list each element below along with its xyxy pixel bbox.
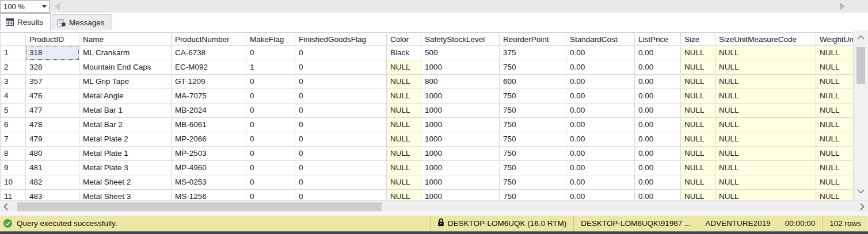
grid-cell[interactable]: NULL <box>681 103 715 118</box>
grid-cell[interactable]: MP-4960 <box>172 161 246 175</box>
grid-cell[interactable]: NULL <box>715 60 816 75</box>
grid-cell[interactable]: 0 <box>295 75 387 89</box>
grid-cell[interactable]: 357 <box>26 75 79 89</box>
grid-cell[interactable]: NULL <box>715 147 816 161</box>
grid-cell[interactable]: EC-M092 <box>172 60 246 75</box>
grid-cell[interactable]: NULL <box>387 132 421 147</box>
vertical-scrollbar[interactable] <box>854 30 868 200</box>
grid-cell[interactable]: 750 <box>500 60 566 75</box>
grid-cell[interactable]: NULL <box>816 75 854 89</box>
grid-cell[interactable]: 0 <box>246 161 295 175</box>
grid-cell[interactable]: NULL <box>715 75 816 89</box>
grid-cell[interactable]: 0 <box>246 190 295 200</box>
grid-cell[interactable]: ML Crankarm <box>79 46 172 60</box>
grid-cell[interactable]: NULL <box>816 103 854 118</box>
row-header[interactable]: 5 <box>0 103 26 118</box>
grid-cell[interactable]: NULL <box>681 147 715 161</box>
grid-cell[interactable]: NULL <box>681 60 715 75</box>
grid-cell[interactable]: 0 <box>295 118 387 132</box>
grid-cell[interactable]: 800 <box>421 75 500 89</box>
grid-cell[interactable]: NULL <box>681 89 715 103</box>
horizontal-scrollbar[interactable] <box>0 200 868 212</box>
zoom-dropdown-button[interactable] <box>39 1 49 12</box>
column-header-sizeunitmeasurecode[interactable]: SizeUnitMeasureCode <box>715 32 816 46</box>
row-header[interactable]: 9 <box>0 161 26 175</box>
grid-cell[interactable]: 481 <box>26 161 79 175</box>
grid-cell[interactable]: 479 <box>26 132 79 147</box>
grid-cell[interactable]: NULL <box>715 190 816 200</box>
grid-cell[interactable]: 477 <box>26 103 79 118</box>
grid-cell[interactable]: NULL <box>715 89 816 103</box>
grid-cell[interactable]: NULL <box>816 161 854 175</box>
grid-cell[interactable]: 0 <box>295 147 387 161</box>
column-header-listprice[interactable]: ListPrice <box>635 32 681 46</box>
grid-cell[interactable]: 1000 <box>421 175 500 190</box>
grid-cell[interactable]: ML Grip Tape <box>79 75 172 89</box>
grid-cell[interactable]: NULL <box>387 103 421 118</box>
grid-cell[interactable]: NULL <box>681 132 715 147</box>
column-header-reorderpoint[interactable]: ReorderPoint <box>500 32 566 46</box>
grid-cell[interactable]: 0.00 <box>566 60 635 75</box>
grid-cell[interactable]: 375 <box>500 46 566 60</box>
grid-cell[interactable]: 750 <box>500 132 566 147</box>
grid-cell[interactable]: Black <box>387 46 421 60</box>
grid-cell[interactable]: 0.00 <box>635 190 681 200</box>
grid-cell[interactable]: 0.00 <box>566 89 635 103</box>
grid-cell[interactable]: 0 <box>246 147 295 161</box>
grid-cell[interactable]: 0 <box>246 118 295 132</box>
grid-cell[interactable]: 0.00 <box>566 161 635 175</box>
grid-cell[interactable]: NULL <box>387 190 421 200</box>
grid-cell[interactable]: MP-2503 <box>172 147 246 161</box>
grid-cell[interactable]: NULL <box>681 118 715 132</box>
grid-cell[interactable]: 476 <box>26 89 79 103</box>
row-header[interactable]: 11 <box>0 190 26 200</box>
column-header-size[interactable]: Size <box>681 32 715 46</box>
grid-cell[interactable]: NULL <box>681 175 715 190</box>
grid-cell[interactable]: 0 <box>295 60 387 75</box>
editor-horizontal-scrollbar[interactable] <box>50 0 868 13</box>
grid-cell[interactable]: 1000 <box>421 132 500 147</box>
zoom-level-combobox[interactable]: 100 % <box>0 0 50 13</box>
scroll-right-icon[interactable] <box>840 2 845 10</box>
grid-cell[interactable]: 0.00 <box>635 161 681 175</box>
grid-cell[interactable]: MB-2024 <box>172 103 246 118</box>
grid-cell[interactable]: NULL <box>387 75 421 89</box>
grid-cell[interactable]: 0 <box>295 46 387 60</box>
grid-cell[interactable]: NULL <box>816 175 854 190</box>
grid-cell[interactable]: 750 <box>500 175 566 190</box>
grid-cell[interactable]: Metal Bar 2 <box>79 118 172 132</box>
grid-cell[interactable]: NULL <box>387 161 421 175</box>
grid-cell[interactable]: NULL <box>816 118 854 132</box>
scroll-down-icon[interactable] <box>854 185 868 198</box>
vertical-scrollbar-thumb[interactable] <box>856 47 865 84</box>
select-all-corner[interactable] <box>0 32 26 46</box>
grid-cell[interactable]: NULL <box>816 89 854 103</box>
grid-cell[interactable]: 0.00 <box>635 175 681 190</box>
grid-cell[interactable]: 0 <box>295 132 387 147</box>
scroll-right-icon[interactable] <box>856 201 868 213</box>
scroll-left-icon[interactable] <box>0 201 12 213</box>
grid-cell[interactable]: Metal Bar 1 <box>79 103 172 118</box>
grid-cell[interactable]: NULL <box>715 161 816 175</box>
grid-cell[interactable]: NULL <box>816 147 854 161</box>
grid-cell[interactable]: NULL <box>816 190 854 200</box>
grid-cell[interactable]: 483 <box>26 190 79 200</box>
grid-cell[interactable]: 0 <box>246 132 295 147</box>
grid-cell[interactable]: 0.00 <box>635 147 681 161</box>
grid-cell[interactable]: 0.00 <box>566 118 635 132</box>
grid-cell[interactable]: 1 <box>246 60 295 75</box>
grid-cell[interactable]: 478 <box>26 118 79 132</box>
column-header-finishedgoodsflag[interactable]: FinishedGoodsFlag <box>295 32 387 46</box>
grid-cell[interactable]: Metal Angle <box>79 89 172 103</box>
grid-cell[interactable]: 600 <box>500 75 566 89</box>
grid-cell[interactable]: 0.00 <box>566 75 635 89</box>
column-header-name[interactable]: Name <box>79 32 172 46</box>
grid-cell[interactable]: NULL <box>816 60 854 75</box>
grid-cell[interactable]: 750 <box>500 147 566 161</box>
row-header[interactable]: 1 <box>0 46 26 60</box>
grid-cell[interactable]: 0.00 <box>635 46 681 60</box>
grid-cell[interactable]: 750 <box>500 89 566 103</box>
grid-cell[interactable]: 1000 <box>421 89 500 103</box>
grid-cell[interactable]: 1000 <box>421 60 500 75</box>
grid-cell[interactable]: Metal Plate 3 <box>79 161 172 175</box>
